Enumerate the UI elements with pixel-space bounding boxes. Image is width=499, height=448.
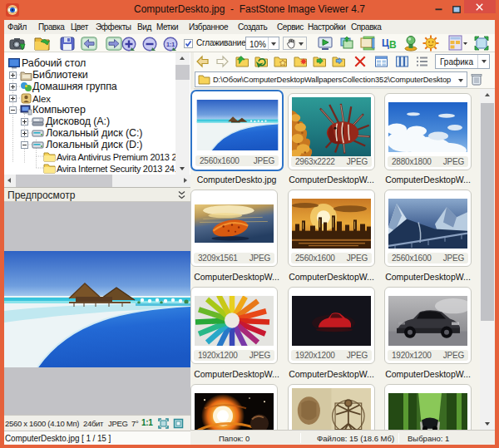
svg-text:В: В xyxy=(389,39,397,51)
svg-text:Ц: Ц xyxy=(382,37,389,49)
svg-text:1:1: 1:1 xyxy=(166,42,175,47)
